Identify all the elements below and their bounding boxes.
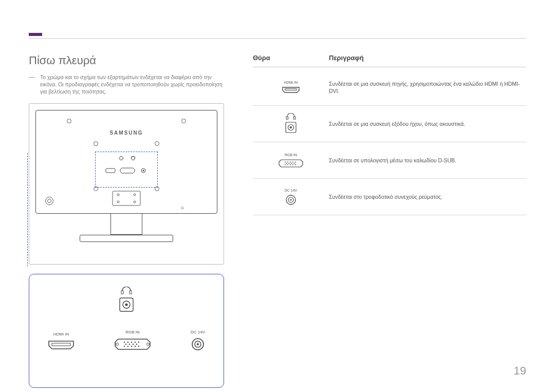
svg-rect-10 xyxy=(121,291,123,294)
port-highlight-box xyxy=(95,152,158,188)
dc-port-icon xyxy=(190,338,206,351)
vga-port-icon xyxy=(278,159,304,168)
top-rule xyxy=(29,38,526,39)
svg-point-43 xyxy=(290,161,291,162)
svg-point-53 xyxy=(292,164,293,165)
svg-point-52 xyxy=(290,164,291,165)
svg-point-50 xyxy=(285,164,286,165)
note-block: ― Το χρώμα και το σχήμα των εξαρτημάτων … xyxy=(29,73,224,95)
table-row: Συνδέεται σε μια συσκευή εξόδου ήχου, όπ… xyxy=(253,106,526,142)
screw-icon xyxy=(67,119,71,123)
hdmi-label: HDMI IN xyxy=(47,332,76,337)
desc-cell: Συνδέεται σε υπολογιστή μέσω του καλωδίο… xyxy=(329,157,526,164)
th-port: Θύρα xyxy=(253,54,329,62)
svg-point-19 xyxy=(127,342,128,343)
rgb-port-group: RGB IN xyxy=(114,330,151,351)
svg-point-27 xyxy=(124,346,125,347)
dc-label: DC 14V xyxy=(190,330,206,334)
svg-point-28 xyxy=(127,346,128,347)
svg-point-21 xyxy=(135,342,136,343)
svg-point-4 xyxy=(143,170,144,172)
port-label: HDMI IN xyxy=(281,81,301,84)
th-desc: Περιγραφή xyxy=(329,54,526,62)
svg-point-47 xyxy=(289,163,290,164)
monitor-neck-icon xyxy=(110,214,142,235)
mini-ports-icon xyxy=(98,152,155,183)
headphone-port-icon xyxy=(283,113,299,135)
svg-point-24 xyxy=(129,344,130,345)
note-text: Το χρώμα και το σχήμα των εξαρτημάτων εν… xyxy=(40,73,224,95)
rgb-label: RGB IN xyxy=(114,330,151,334)
screw-icon xyxy=(94,141,98,146)
screw-icon xyxy=(181,119,186,123)
svg-rect-37 xyxy=(294,117,296,119)
power-button-icon xyxy=(45,197,53,205)
lock-icon: ⊡ xyxy=(181,206,184,210)
svg-point-57 xyxy=(290,199,291,200)
table-row: RGB IN Συνδέεται σε υπολογιστή μέσω του … xyxy=(253,142,526,179)
hdmi-port-icon xyxy=(281,86,301,94)
dashed-connector-line xyxy=(27,153,28,266)
svg-point-31 xyxy=(138,346,139,347)
desc-cell: Συνδέεται σε μια συσκευή εξόδου ήχου, όπ… xyxy=(329,120,526,127)
table-row: DC 14V Συνδέεται στο τροφοδοτικό συνεχού… xyxy=(253,179,526,215)
page-number: 19 xyxy=(514,364,526,378)
svg-point-48 xyxy=(291,163,292,164)
svg-rect-5 xyxy=(113,191,140,206)
svg-point-6 xyxy=(117,194,119,196)
svg-point-49 xyxy=(294,163,295,164)
dc-port-icon xyxy=(284,194,298,206)
svg-rect-36 xyxy=(286,117,288,119)
right-column: Θύρα Περιγραφή HDMI IN Συνδέεται σε μια … xyxy=(253,54,526,388)
svg-rect-15 xyxy=(52,343,70,346)
svg-point-23 xyxy=(125,344,126,345)
svg-point-7 xyxy=(134,194,136,196)
svg-point-25 xyxy=(133,344,134,345)
monitor-figure: SAMSUNG xyxy=(29,103,224,265)
svg-point-20 xyxy=(131,342,132,343)
dc-port-group: DC 14V xyxy=(190,330,206,351)
svg-point-9 xyxy=(134,201,136,203)
hdmi-port-icon xyxy=(47,340,76,351)
desc-cell: Συνδέεται σε μια συσκευή πηγής, χρησιμοπ… xyxy=(329,80,526,95)
section-heading: Πίσω πλευρά xyxy=(29,54,224,67)
svg-point-0 xyxy=(120,157,123,160)
svg-point-22 xyxy=(138,342,139,343)
svg-point-42 xyxy=(287,161,288,162)
port-cell-headphone xyxy=(283,113,299,135)
hdmi-port-group: HDMI IN xyxy=(47,332,76,351)
svg-point-14 xyxy=(125,304,128,306)
monitor-back-panel: SAMSUNG xyxy=(35,110,217,214)
svg-point-29 xyxy=(131,346,132,347)
vga-port-icon xyxy=(114,338,151,351)
accent-bar xyxy=(29,33,42,36)
svg-point-46 xyxy=(286,163,287,164)
svg-point-16 xyxy=(116,343,119,346)
svg-point-51 xyxy=(287,164,288,165)
svg-rect-11 xyxy=(130,291,132,294)
stand-mount-icon xyxy=(112,191,141,206)
svg-point-1 xyxy=(132,157,135,160)
headphone-port-group xyxy=(116,287,137,314)
svg-point-41 xyxy=(285,161,286,162)
svg-point-54 xyxy=(295,164,296,165)
svg-point-30 xyxy=(135,346,136,347)
svg-point-44 xyxy=(292,161,293,162)
left-column: Πίσω πλευρά ― Το χρώμα και το σχήμα των … xyxy=(29,54,224,388)
port-label: RGB IN xyxy=(278,153,304,157)
screw-icon xyxy=(155,141,159,146)
svg-point-17 xyxy=(147,343,150,346)
desc-cell: Συνδέεται στο τροφοδοτικό συνεχούς ρεύμα… xyxy=(329,193,526,200)
svg-rect-2 xyxy=(106,169,115,173)
port-cell-rgb: RGB IN xyxy=(278,153,304,168)
svg-point-18 xyxy=(124,342,125,343)
svg-point-8 xyxy=(117,201,119,203)
headphone-port-icon xyxy=(116,287,137,314)
svg-point-40 xyxy=(290,126,292,128)
monitor-base-icon xyxy=(80,235,173,242)
table-row: HDMI IN Συνδέεται σε μια συσκευή πηγής, … xyxy=(253,69,526,106)
port-label: DC 14V xyxy=(284,189,298,192)
port-cell-hdmi: HDMI IN xyxy=(281,81,301,94)
svg-point-34 xyxy=(197,343,199,345)
svg-rect-35 xyxy=(285,89,297,90)
